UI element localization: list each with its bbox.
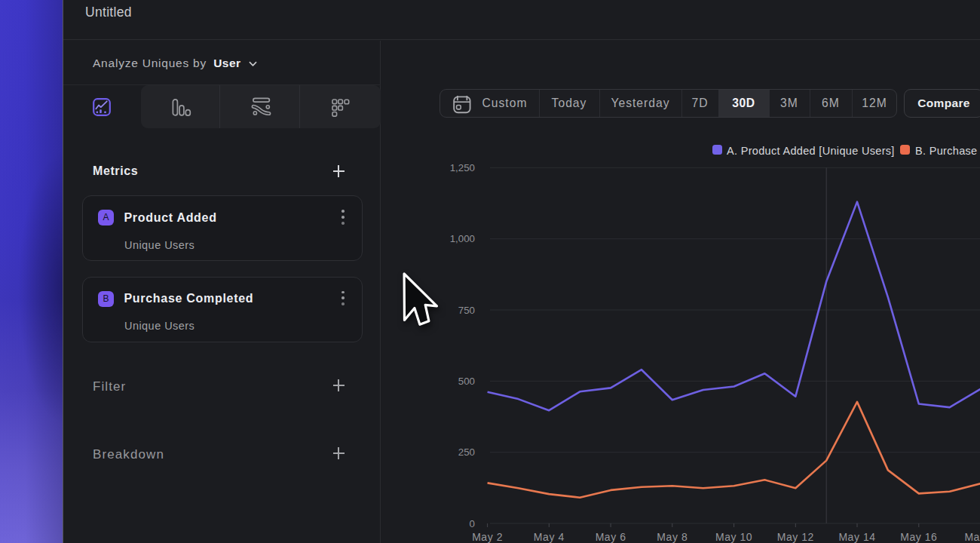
svg-text:May 8: May 8 bbox=[657, 531, 688, 543]
svg-text:1,250: 1,250 bbox=[450, 162, 475, 173]
svg-text:May 4: May 4 bbox=[534, 531, 565, 543]
svg-text:May 10: May 10 bbox=[715, 531, 752, 543]
svg-text:0: 0 bbox=[470, 518, 475, 529]
svg-text:750: 750 bbox=[458, 305, 475, 316]
svg-text:May 16: May 16 bbox=[900, 531, 937, 543]
svg-text:May 2: May 2 bbox=[472, 531, 503, 543]
svg-text:1,000: 1,000 bbox=[450, 233, 475, 244]
svg-text:May 18: May 18 bbox=[964, 531, 980, 543]
svg-text:May 6: May 6 bbox=[596, 531, 626, 543]
svg-text:May 12: May 12 bbox=[777, 531, 814, 543]
svg-text:May 14: May 14 bbox=[838, 531, 875, 543]
svg-text:500: 500 bbox=[458, 376, 475, 387]
svg-text:250: 250 bbox=[458, 446, 475, 458]
